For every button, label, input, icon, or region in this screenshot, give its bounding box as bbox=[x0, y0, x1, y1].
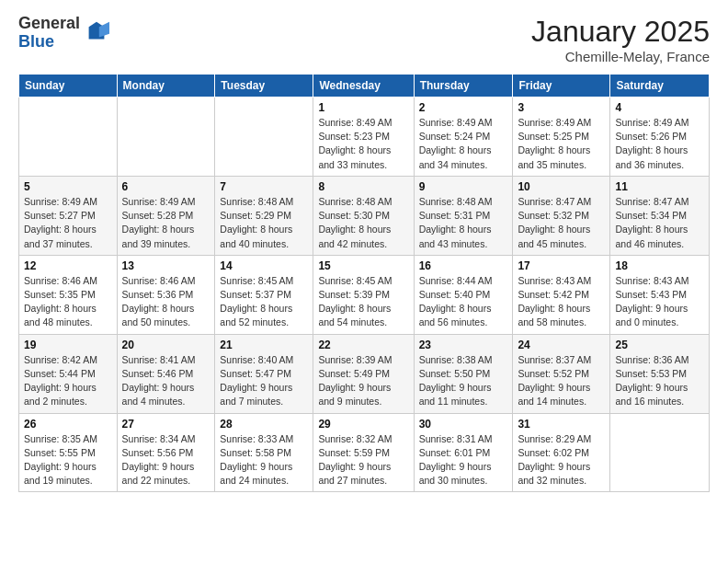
day-info: Sunrise: 8:39 AMSunset: 5:49 PMDaylight:… bbox=[318, 353, 408, 409]
day-info: Sunrise: 8:29 AMSunset: 6:02 PMDaylight:… bbox=[518, 432, 605, 488]
day-info: Sunrise: 8:35 AMSunset: 5:55 PMDaylight:… bbox=[24, 432, 112, 488]
day-info: Sunrise: 8:46 AMSunset: 5:35 PMDaylight:… bbox=[24, 274, 112, 330]
day-info: Sunrise: 8:47 AMSunset: 5:34 PMDaylight:… bbox=[615, 195, 704, 251]
day-number: 1 bbox=[318, 101, 408, 114]
day-info: Sunrise: 8:49 AMSunset: 5:25 PMDaylight:… bbox=[518, 116, 605, 172]
logo: General Blue bbox=[18, 15, 109, 52]
day-info: Sunrise: 8:31 AMSunset: 6:01 PMDaylight:… bbox=[419, 432, 508, 488]
calendar-week-row: 1Sunrise: 8:49 AMSunset: 5:23 PMDaylight… bbox=[19, 98, 710, 177]
day-info: Sunrise: 8:48 AMSunset: 5:29 PMDaylight:… bbox=[220, 195, 308, 251]
calendar-cell: 22Sunrise: 8:39 AMSunset: 5:49 PMDayligh… bbox=[313, 334, 414, 413]
day-info: Sunrise: 8:45 AMSunset: 5:39 PMDaylight:… bbox=[318, 274, 408, 330]
calendar-cell: 27Sunrise: 8:34 AMSunset: 5:56 PMDayligh… bbox=[117, 413, 215, 492]
day-info: Sunrise: 8:47 AMSunset: 5:32 PMDaylight:… bbox=[518, 195, 605, 251]
day-info: Sunrise: 8:43 AMSunset: 5:42 PMDaylight:… bbox=[518, 274, 605, 330]
calendar-cell: 2Sunrise: 8:49 AMSunset: 5:24 PMDaylight… bbox=[414, 98, 513, 177]
calendar-cell: 12Sunrise: 8:46 AMSunset: 5:35 PMDayligh… bbox=[19, 255, 118, 334]
day-info: Sunrise: 8:49 AMSunset: 5:27 PMDaylight:… bbox=[24, 195, 112, 251]
calendar-cell: 15Sunrise: 8:45 AMSunset: 5:39 PMDayligh… bbox=[313, 255, 414, 334]
day-info: Sunrise: 8:33 AMSunset: 5:58 PMDaylight:… bbox=[220, 432, 308, 488]
calendar-cell: 23Sunrise: 8:38 AMSunset: 5:50 PMDayligh… bbox=[414, 334, 513, 413]
day-info: Sunrise: 8:38 AMSunset: 5:50 PMDaylight:… bbox=[419, 353, 508, 409]
calendar-cell: 20Sunrise: 8:41 AMSunset: 5:46 PMDayligh… bbox=[117, 334, 215, 413]
calendar-cell: 26Sunrise: 8:35 AMSunset: 5:55 PMDayligh… bbox=[19, 413, 118, 492]
day-info: Sunrise: 8:49 AMSunset: 5:26 PMDaylight:… bbox=[615, 116, 704, 172]
calendar-cell: 17Sunrise: 8:43 AMSunset: 5:42 PMDayligh… bbox=[513, 255, 610, 334]
calendar-table: SundayMondayTuesdayWednesdayThursdayFrid… bbox=[18, 74, 710, 492]
day-number: 26 bbox=[24, 418, 112, 431]
day-number: 6 bbox=[122, 180, 210, 193]
calendar-cell: 25Sunrise: 8:36 AMSunset: 5:53 PMDayligh… bbox=[610, 334, 710, 413]
calendar-cell: 4Sunrise: 8:49 AMSunset: 5:26 PMDaylight… bbox=[610, 98, 710, 177]
svg-marker-1 bbox=[99, 22, 109, 38]
calendar-cell: 7Sunrise: 8:48 AMSunset: 5:29 PMDaylight… bbox=[215, 176, 313, 255]
day-number: 28 bbox=[220, 418, 308, 431]
day-info: Sunrise: 8:49 AMSunset: 5:23 PMDaylight:… bbox=[318, 116, 408, 172]
day-number: 12 bbox=[24, 259, 112, 272]
day-number: 19 bbox=[24, 339, 112, 351]
calendar-cell bbox=[215, 98, 313, 177]
day-number: 17 bbox=[518, 259, 605, 272]
calendar-header-monday: Monday bbox=[117, 75, 215, 98]
logo-blue: Blue bbox=[18, 33, 80, 52]
calendar-cell: 10Sunrise: 8:47 AMSunset: 5:32 PMDayligh… bbox=[513, 176, 610, 255]
calendar-cell: 3Sunrise: 8:49 AMSunset: 5:25 PMDaylight… bbox=[513, 98, 610, 177]
calendar-cell bbox=[19, 98, 118, 177]
day-number: 14 bbox=[220, 259, 308, 272]
day-number: 25 bbox=[615, 339, 704, 351]
calendar-week-row: 19Sunrise: 8:42 AMSunset: 5:44 PMDayligh… bbox=[19, 334, 710, 413]
calendar-cell: 14Sunrise: 8:45 AMSunset: 5:37 PMDayligh… bbox=[215, 255, 313, 334]
calendar-cell: 1Sunrise: 8:49 AMSunset: 5:23 PMDaylight… bbox=[313, 98, 414, 177]
day-info: Sunrise: 8:34 AMSunset: 5:56 PMDaylight:… bbox=[122, 432, 210, 488]
day-number: 21 bbox=[220, 339, 308, 351]
day-info: Sunrise: 8:43 AMSunset: 5:43 PMDaylight:… bbox=[615, 274, 704, 330]
day-info: Sunrise: 8:36 AMSunset: 5:53 PMDaylight:… bbox=[615, 353, 704, 409]
day-info: Sunrise: 8:40 AMSunset: 5:47 PMDaylight:… bbox=[220, 353, 308, 409]
calendar-header-friday: Friday bbox=[513, 75, 610, 98]
day-number: 13 bbox=[122, 259, 210, 272]
day-number: 27 bbox=[122, 418, 210, 431]
day-info: Sunrise: 8:45 AMSunset: 5:37 PMDaylight:… bbox=[220, 274, 308, 330]
calendar-cell bbox=[117, 98, 215, 177]
calendar-cell: 16Sunrise: 8:44 AMSunset: 5:40 PMDayligh… bbox=[414, 255, 513, 334]
day-info: Sunrise: 8:48 AMSunset: 5:30 PMDaylight:… bbox=[318, 195, 408, 251]
calendar-cell: 31Sunrise: 8:29 AMSunset: 6:02 PMDayligh… bbox=[513, 413, 610, 492]
title-block: January 2025 Chemille-Melay, France bbox=[531, 15, 710, 64]
calendar-cell: 13Sunrise: 8:46 AMSunset: 5:36 PMDayligh… bbox=[117, 255, 215, 334]
day-number: 31 bbox=[518, 418, 605, 431]
calendar-cell: 28Sunrise: 8:33 AMSunset: 5:58 PMDayligh… bbox=[215, 413, 313, 492]
day-number: 16 bbox=[419, 259, 508, 272]
day-info: Sunrise: 8:37 AMSunset: 5:52 PMDaylight:… bbox=[518, 353, 605, 409]
calendar-cell: 30Sunrise: 8:31 AMSunset: 6:01 PMDayligh… bbox=[414, 413, 513, 492]
day-number: 3 bbox=[518, 101, 605, 114]
calendar-header-saturday: Saturday bbox=[610, 75, 710, 98]
day-info: Sunrise: 8:44 AMSunset: 5:40 PMDaylight:… bbox=[419, 274, 508, 330]
day-number: 29 bbox=[318, 418, 408, 431]
day-number: 5 bbox=[24, 180, 112, 193]
day-number: 9 bbox=[419, 180, 508, 193]
calendar-cell: 5Sunrise: 8:49 AMSunset: 5:27 PMDaylight… bbox=[19, 176, 118, 255]
day-number: 7 bbox=[220, 180, 308, 193]
calendar-week-row: 5Sunrise: 8:49 AMSunset: 5:27 PMDaylight… bbox=[19, 176, 710, 255]
logo-general: General bbox=[18, 15, 80, 33]
day-number: 24 bbox=[518, 339, 605, 351]
calendar-cell: 19Sunrise: 8:42 AMSunset: 5:44 PMDayligh… bbox=[19, 334, 118, 413]
day-number: 20 bbox=[122, 339, 210, 351]
day-number: 15 bbox=[318, 259, 408, 272]
calendar-header-thursday: Thursday bbox=[414, 75, 513, 98]
calendar-cell: 21Sunrise: 8:40 AMSunset: 5:47 PMDayligh… bbox=[215, 334, 313, 413]
calendar-cell: 9Sunrise: 8:48 AMSunset: 5:31 PMDaylight… bbox=[414, 176, 513, 255]
month-title: January 2025 bbox=[531, 15, 710, 49]
calendar-header-wednesday: Wednesday bbox=[313, 75, 414, 98]
calendar-cell: 11Sunrise: 8:47 AMSunset: 5:34 PMDayligh… bbox=[610, 176, 710, 255]
calendar-cell: 8Sunrise: 8:48 AMSunset: 5:30 PMDaylight… bbox=[313, 176, 414, 255]
day-number: 18 bbox=[615, 259, 704, 272]
day-number: 4 bbox=[615, 101, 704, 114]
day-info: Sunrise: 8:49 AMSunset: 5:24 PMDaylight:… bbox=[419, 116, 508, 172]
day-number: 2 bbox=[419, 101, 508, 114]
calendar-cell: 6Sunrise: 8:49 AMSunset: 5:28 PMDaylight… bbox=[117, 176, 215, 255]
day-number: 22 bbox=[318, 339, 408, 351]
day-info: Sunrise: 8:46 AMSunset: 5:36 PMDaylight:… bbox=[122, 274, 210, 330]
day-info: Sunrise: 8:42 AMSunset: 5:44 PMDaylight:… bbox=[24, 353, 112, 409]
calendar-header-row: SundayMondayTuesdayWednesdayThursdayFrid… bbox=[19, 75, 710, 98]
